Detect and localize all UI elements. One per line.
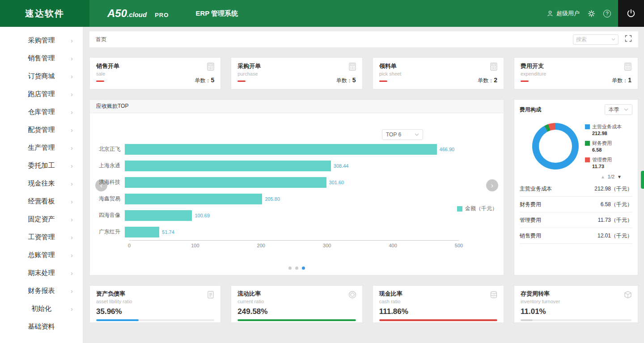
ratio-card-cash-ratio[interactable]: 现金比率 cash ratio 111.86% [373, 285, 504, 323]
sidebar-item-outsourcing[interactable]: 委托加工› [0, 157, 83, 174]
pager-down-icon[interactable]: ▼ [617, 174, 622, 179]
settings-gear-icon[interactable] [588, 10, 595, 17]
coin-icon [348, 290, 357, 301]
carousel-dot[interactable] [295, 267, 298, 270]
top-n-select[interactable]: TOP 6 [382, 129, 423, 140]
sidebar-item-distribution[interactable]: 配货管理› [0, 121, 83, 139]
stat-card-sale[interactable]: 销售开单 sale 单数：5 [89, 57, 221, 89]
expense-donut[interactable] [532, 123, 579, 169]
calculator-icon [489, 62, 498, 73]
logo-text: 速达软件 [25, 8, 64, 20]
main-content: 首页 销售开单 sale 单数：5 [83, 27, 644, 343]
sidebar-item-business-dashboard[interactable]: 经营看板› [0, 192, 83, 210]
search-input[interactable] [576, 36, 611, 42]
sidebar-item-purchase[interactable]: 采购管理› [0, 31, 83, 49]
sidebar-item-warehouse[interactable]: 仓库管理› [0, 103, 83, 121]
chevron-right-icon: › [71, 72, 73, 80]
sidebar-item-initialization[interactable]: 初始化› [0, 300, 83, 318]
pager-up-icon[interactable]: ▲ [601, 174, 605, 179]
carousel-next-button[interactable]: › [486, 179, 498, 191]
app-header: 速达软件 A50 .cloud PRO ERP 管理系统 超级用户 ? [0, 0, 644, 27]
stat-card-pick-sheet[interactable]: 领料单 pick sheet 单数：2 [373, 57, 504, 89]
legend-item: 管理费用 11.73 [585, 157, 622, 169]
period-select[interactable]: 本季 [605, 104, 632, 115]
ratio-card-inventory-turnover[interactable]: 存货周转率 inventory turnover 11.01% [514, 285, 638, 323]
sidebar-item-cash[interactable]: 现金往来› [0, 174, 83, 192]
carousel-dot[interactable] [288, 267, 292, 270]
box-icon [623, 290, 632, 301]
expense-row: 管理费用11.73（千元） [520, 212, 632, 228]
donut-legend: 主营业务成本 212.98 财务费用 6.58 管理费用 11.73 [585, 123, 622, 169]
bar[interactable]: 301.60 [125, 177, 326, 188]
sidebar-item-period-end[interactable]: 期末处理› [0, 264, 83, 282]
app-logo: 速达软件 [0, 0, 89, 27]
chevron-right-icon: › [71, 162, 73, 169]
chart-legend: 金额（千元） [457, 205, 497, 212]
stat-title: 采购开单 [237, 62, 356, 70]
chevron-down-icon [624, 108, 628, 111]
ratio-card-asset-liability[interactable]: 资产负债率 asset libility ratio 35.96% [89, 285, 221, 323]
bar[interactable]: 308.44 [125, 161, 331, 171]
bar[interactable]: 466.90 [125, 144, 437, 155]
expense-row: 销售费用12.01（千元） [520, 228, 632, 244]
chevron-right-icon: › [71, 144, 73, 152]
legend-pager: ▲ 1/2 ▼ [520, 174, 622, 179]
progress-track [96, 319, 214, 321]
chevron-right-icon: › [71, 198, 73, 205]
help-icon[interactable]: ? [603, 10, 611, 17]
expense-composition-panel: 费用构成 本季 主营业务成本 212.98 财务费用 [514, 99, 638, 275]
sidebar-item-sales[interactable]: 销售管理› [0, 49, 83, 67]
sidebar-item-general-ledger[interactable]: 总账管理› [0, 246, 83, 264]
sidebar-item-production[interactable]: 生产管理› [0, 139, 83, 157]
fullscreen-icon[interactable] [625, 35, 632, 44]
bar[interactable]: 100.69 [125, 210, 192, 221]
stat-subtitle: purchase [237, 71, 356, 76]
stat-card-purchase[interactable]: 采购开单 purchase 单数：5 [231, 57, 362, 89]
legend-swatch-amount [457, 206, 462, 212]
progress-fill [379, 319, 497, 321]
brand-pro-badge: PRO [155, 12, 169, 18]
sidebar-item-basic-data[interactable]: 基础资料 [0, 318, 83, 335]
progress-fill [521, 319, 533, 321]
carousel-dot-active[interactable] [302, 267, 305, 270]
accent-dash [96, 80, 104, 82]
sidebar-item-payroll[interactable]: 工资管理› [0, 228, 83, 246]
carousel-prev-button[interactable]: ‹ [95, 179, 107, 191]
chevron-right-icon: › [71, 269, 73, 277]
accent-dash [237, 80, 246, 82]
user-menu[interactable]: 超级用户 [547, 9, 580, 17]
calculator-icon [623, 62, 632, 73]
chevron-down-icon [415, 133, 419, 136]
progress-fill [96, 319, 139, 321]
receivables-top-panel: 应收账款TOP TOP 6 北京正飞466.90 上海永通308.44 洪海科技… [89, 99, 504, 275]
sidebar-item-order-mall[interactable]: 订货商城› [0, 67, 83, 85]
sidebar-item-store-visit[interactable]: 跑店管理› [0, 85, 83, 103]
chevron-right-icon: › [71, 90, 73, 98]
stat-count: 单数：1 [612, 76, 631, 85]
expense-row: 财务费用6.58（千元） [520, 197, 632, 212]
search-box[interactable] [573, 34, 619, 45]
chevron-right-icon: › [71, 37, 73, 44]
logout-power-button[interactable] [618, 0, 644, 27]
stat-title: 费用开支 [521, 62, 631, 70]
side-quick-tab[interactable] [641, 171, 644, 189]
bar-row: 四海音像100.69 [96, 207, 459, 224]
sidebar-item-fixed-assets[interactable]: 固定资产› [0, 210, 83, 228]
system-title: ERP 管理系统 [195, 9, 238, 18]
stat-subtitle: expenditure [521, 71, 631, 76]
stat-title: 销售开单 [96, 62, 214, 70]
sidebar-item-financial-reports[interactable]: 财务报表› [0, 282, 83, 300]
donut-hole [539, 130, 572, 163]
chevron-right-icon: › [71, 55, 73, 62]
calculator-icon [348, 62, 357, 73]
expense-row: 主营业务成本212.98（千元） [520, 181, 632, 197]
stat-card-expenditure[interactable]: 费用开支 expenditure 单数：1 [514, 57, 638, 89]
bar[interactable]: 51.74 [125, 227, 159, 237]
bar-row: 海鑫贸易205.80 [96, 191, 459, 207]
stat-count: 单数：5 [195, 76, 215, 85]
breadcrumb[interactable]: 首页 [96, 36, 106, 43]
bar[interactable]: 205.80 [125, 194, 262, 204]
chevron-right-icon: › [71, 108, 73, 116]
chevron-down-icon [611, 38, 615, 41]
ratio-card-current-ratio[interactable]: 流动比率 current ratio 249.58% [231, 285, 362, 323]
